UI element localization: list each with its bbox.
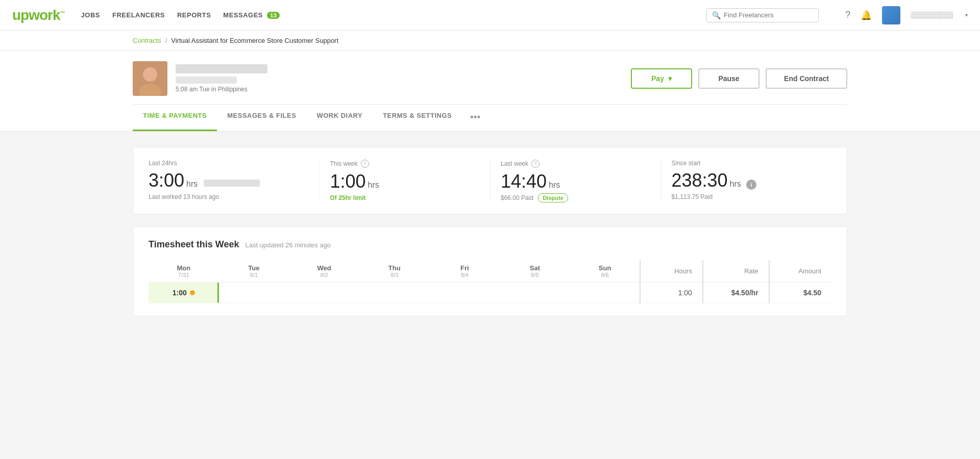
- tue-cell: [219, 283, 289, 303]
- search-input[interactable]: [724, 11, 813, 19]
- contractor-details: 5:08 am Tue in Philippines: [176, 64, 623, 93]
- pay-button[interactable]: Pay ▾: [631, 68, 692, 89]
- col-fri: Fri 8/4: [430, 260, 500, 283]
- contract-info-row: 5:08 am Tue in Philippines Pay ▾ Pause E…: [133, 61, 847, 104]
- table-row: 1:00 1:00 $4.50/hr $4.50: [149, 283, 831, 303]
- tabs-row: TIME & PAYMENTS MESSAGES & FILES WORK DI…: [133, 104, 847, 131]
- pending-dot: [190, 290, 195, 295]
- col-wed: Wed 8/2: [289, 260, 359, 283]
- upwork-logo[interactable]: upwork™: [12, 7, 65, 23]
- stat-lastweek: Last week ? 14:40 hrs $66.00 Paid Disput…: [490, 160, 661, 201]
- timesheet-section: Timesheet this Week Last updated 26 minu…: [133, 226, 847, 316]
- col-mon: Mon 7/31: [149, 260, 219, 283]
- stat-thisweek-value: 1:00 hrs: [330, 171, 480, 192]
- col-thu: Thu 8/3: [359, 260, 430, 283]
- breadcrumb-contracts[interactable]: Contracts: [133, 37, 161, 44]
- stat-lastweek-sub: $66.00 Paid Dispute: [501, 194, 651, 201]
- username-nav[interactable]: ░░░░░░░░░: [911, 11, 953, 19]
- timesheet-subtitle: Last updated 26 minutes ago: [245, 241, 331, 249]
- stat-last24-label: Last 24hrs: [149, 160, 309, 167]
- rate-value: $4.50/hr: [703, 283, 769, 303]
- tab-more[interactable]: •••: [462, 105, 488, 131]
- col-hours: Hours: [640, 260, 702, 283]
- amount-value: $4.50: [769, 283, 831, 303]
- stat-sincestart: Since start 238:30 hrs i $1,113.75 Paid: [661, 160, 832, 201]
- stat-sincestart-value: 238:30 hrs i: [672, 170, 822, 191]
- nav-messages[interactable]: MESSAGES 13: [223, 11, 280, 19]
- end-contract-button[interactable]: End Contract: [766, 68, 847, 89]
- tab-work-diary[interactable]: WORK DIARY: [306, 105, 373, 131]
- hours-total: 1:00: [640, 283, 702, 303]
- thu-cell: [359, 283, 430, 303]
- nav-freelancers[interactable]: FREELANCERS: [112, 11, 165, 19]
- mon-cell[interactable]: 1:00: [149, 283, 219, 303]
- stat-lastweek-value: 14:40 hrs: [501, 171, 651, 192]
- breadcrumb: Contracts / Virtual Assistant for Ecomme…: [133, 37, 847, 44]
- main-content: Last 24hrs 3:00 hrs Last worked 13 hours…: [0, 132, 980, 332]
- logo-text: upwork™: [12, 7, 65, 23]
- dispute-badge[interactable]: Dispute: [538, 193, 568, 202]
- col-tue: Tue 8/1: [219, 260, 289, 283]
- chevron-down-icon: ▾: [668, 74, 672, 83]
- search-area: 🔍: [706, 8, 819, 22]
- help-icon[interactable]: ?: [845, 10, 850, 20]
- stat-thisweek: This week ? 1:00 hrs Of 25hr limit: [320, 160, 491, 201]
- col-sat: Sat 8/5: [500, 260, 570, 283]
- svg-point-1: [143, 67, 157, 82]
- tab-terms-settings[interactable]: TERMS & SETTINGS: [373, 105, 462, 131]
- sun-cell: [570, 283, 641, 303]
- breadcrumb-section: Contracts / Virtual Assistant for Ecomme…: [0, 31, 980, 51]
- navbar: upwork™ JOBS FREELANCERS REPORTS MESSAGE…: [0, 0, 980, 31]
- calendar-header-row: Mon 7/31 Tue 8/1 Wed 8/2 Thu 8/3: [149, 260, 831, 283]
- stat-sincestart-sub: $1,113.75 Paid: [672, 193, 822, 200]
- contractor-avatar: [133, 61, 167, 96]
- col-rate: Rate: [703, 260, 769, 283]
- navbar-right: ? 🔔 ░░░░░░░░░ ▾: [845, 6, 968, 24]
- stat-last24-value: 3:00 hrs: [149, 170, 309, 191]
- tab-time-payments[interactable]: TIME & PAYMENTS: [133, 105, 217, 131]
- stat-lastweek-label: Last week ?: [501, 160, 651, 168]
- stat-thisweek-sub: Of 25hr limit: [330, 194, 480, 201]
- contract-header: 5:08 am Tue in Philippines Pay ▾ Pause E…: [0, 51, 980, 132]
- contractor-time: 5:08 am Tue in Philippines: [176, 86, 623, 93]
- fri-cell: [430, 283, 500, 303]
- timesheet-title: Timesheet this Week: [149, 239, 239, 250]
- search-icon: 🔍: [712, 11, 721, 19]
- contractor-name-blurred: [176, 64, 267, 73]
- calendar-table: Mon 7/31 Tue 8/1 Wed 8/2 Thu 8/3: [149, 260, 831, 303]
- tab-messages-files[interactable]: MESSAGES & FILES: [217, 105, 306, 131]
- stat-sincestart-label: Since start: [672, 160, 822, 167]
- notification-icon[interactable]: 🔔: [861, 10, 872, 21]
- stat-thisweek-label: This week ?: [330, 160, 480, 168]
- stat-last24: Last 24hrs 3:00 hrs Last worked 13 hours…: [149, 160, 320, 201]
- wed-cell: [289, 283, 359, 303]
- contract-actions: Pay ▾ Pause End Contract: [631, 68, 847, 89]
- contractor-sub-blurred: [176, 76, 237, 84]
- nav-reports[interactable]: REPORTS: [177, 11, 211, 19]
- breadcrumb-current-page: Virtual Assistant for Ecommerce Store Cu…: [171, 37, 338, 44]
- active-day-bar: [217, 283, 219, 303]
- stat-last24-sub: Last worked 13 hours ago: [149, 193, 309, 200]
- sat-cell: [500, 283, 570, 303]
- search-box[interactable]: 🔍: [706, 8, 819, 22]
- timesheet-header: Timesheet this Week Last updated 26 minu…: [149, 239, 831, 250]
- mon-time: 1:00: [154, 289, 214, 297]
- nav-links: JOBS FREELANCERS REPORTS MESSAGES 13: [81, 11, 280, 19]
- chevron-down-icon: ▾: [965, 12, 968, 18]
- sincestart-info-icon[interactable]: i: [746, 180, 756, 190]
- messages-badge: 13: [267, 12, 280, 19]
- avatar[interactable]: [882, 6, 900, 24]
- col-amount: Amount: [769, 260, 831, 283]
- stats-row: Last 24hrs 3:00 hrs Last worked 13 hours…: [133, 147, 847, 214]
- col-sun: Sun 8/6: [570, 260, 641, 283]
- breadcrumb-separator: /: [165, 37, 167, 44]
- blurred-value: [204, 180, 260, 187]
- thisweek-info-icon[interactable]: ?: [361, 160, 369, 168]
- lastweek-info-icon[interactable]: ?: [531, 160, 540, 168]
- pause-button[interactable]: Pause: [698, 68, 760, 89]
- nav-jobs[interactable]: JOBS: [81, 11, 100, 19]
